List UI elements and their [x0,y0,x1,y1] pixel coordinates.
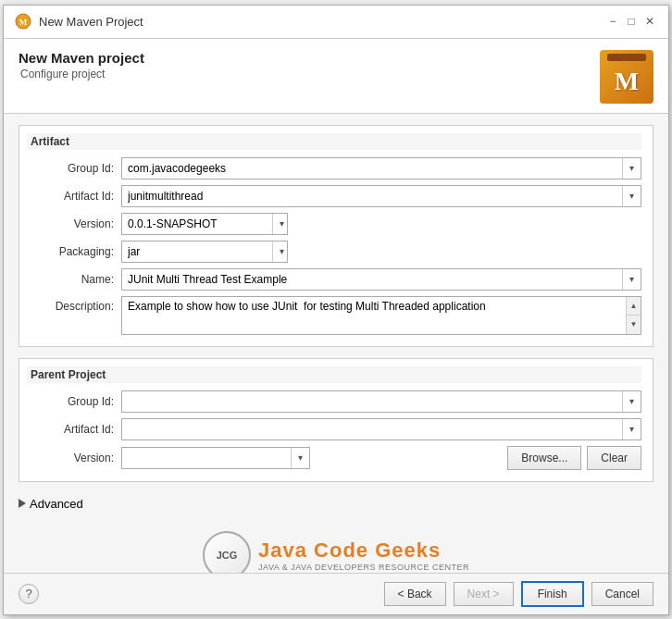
parent-groupid-label: Group Id: [31,395,114,408]
dialog-title: New Maven project [19,50,144,66]
parent-groupid-row: Group Id: ▾ [31,390,641,413]
next-button[interactable]: Next > [454,582,514,606]
artifact-groupid-row: Group Id: ▾ [31,157,641,180]
parent-version-row: Version: ▾ Browse... Clear [31,446,641,470]
title-bar-left: M New Maven Project [15,13,143,30]
cancel-button[interactable]: Cancel [591,582,653,606]
artifact-section-title: Artifact [27,133,641,150]
artifact-name-input-container: ▾ [121,268,641,291]
artifact-version-row: Version: ▾ [31,213,641,235]
spinner-up-button[interactable]: ▲ [627,297,641,316]
artifact-description-label: Description: [31,296,114,313]
parent-artifactid-field: ▾ [121,418,641,440]
parent-section-title: Parent Project [27,366,641,383]
artifact-groupid-input-container: ▾ [121,157,641,180]
artifact-name-row: Name: ▾ [31,268,641,291]
finish-button[interactable]: Finish [521,581,584,607]
title-bar-title: New Maven Project [39,15,143,29]
dialog-header-left: New Maven project Configure project [19,50,144,80]
jcg-circle: JCG [203,531,251,573]
minimize-button[interactable]: − [605,14,620,29]
clear-button[interactable]: Clear [587,446,641,470]
close-button[interactable]: ✕ [642,14,657,29]
artifact-packaging-field: ▾ [121,241,641,263]
artifact-artifactid-row: Artifact Id: ▾ [31,185,641,207]
artifact-description-container: Example to show how to use JUnit for tes… [121,296,641,335]
artifact-description-input[interactable]: Example to show how to use JUnit for tes… [122,297,626,334]
parent-version-input[interactable] [122,450,291,466]
back-button[interactable]: < Back [384,582,446,606]
parent-artifactid-label: Artifact Id: [31,423,114,436]
parent-groupid-field: ▾ [121,390,641,413]
dialog-window: M New Maven Project − □ ✕ New Maven proj… [3,5,669,615]
dialog-footer: ? < Back Next > Finish Cancel [4,573,668,614]
artifact-version-field: ▾ [121,213,641,235]
advanced-row[interactable]: Advanced [19,493,653,514]
artifact-packaging-input[interactable] [122,241,272,262]
parent-version-dropdown[interactable]: ▾ [291,448,309,468]
artifact-groupid-field: ▾ [121,157,641,180]
maximize-button[interactable]: □ [624,14,639,29]
artifact-section: Artifact Group Id: ▾ Artifact Id: ▾ [19,125,653,347]
parent-artifactid-input[interactable] [122,419,622,439]
artifact-name-dropdown[interactable]: ▾ [622,269,641,290]
artifact-version-input-container: ▾ [121,213,288,235]
advanced-label: Advanced [30,497,83,511]
artifact-groupid-dropdown[interactable]: ▾ [622,158,641,179]
parent-version-controls: ▾ Browse... Clear [121,446,641,470]
artifact-description-spinner: ▲ ▼ [626,297,641,334]
svg-text:M: M [19,18,28,27]
maven-logo-letter: M [615,67,639,96]
parent-groupid-input-container: ▾ [121,390,641,413]
artifact-artifactid-field: ▾ [121,185,641,207]
artifact-description-field: Example to show how to use JUnit for tes… [121,296,641,335]
dialog-body: Artifact Group Id: ▾ Artifact Id: ▾ [4,114,668,573]
artifact-version-dropdown[interactable]: ▾ [272,214,291,234]
parent-artifactid-dropdown[interactable]: ▾ [622,419,641,439]
artifact-groupid-input[interactable] [122,158,622,179]
parent-version-input-container: ▾ [121,447,310,469]
artifact-packaging-dropdown[interactable]: ▾ [272,241,291,262]
jcg-tagline: JAVA & JAVA DEVELOPERS RESOURCE CENTER [258,563,469,572]
artifact-name-input[interactable] [122,269,622,290]
artifact-version-input[interactable] [122,214,272,234]
browse-button[interactable]: Browse... [507,446,581,470]
jcg-circle-text: JCG [217,550,238,561]
parent-groupid-input[interactable] [122,391,622,412]
artifact-artifactid-label: Artifact Id: [31,190,114,203]
artifact-name-field: ▾ [121,268,641,291]
title-bar-controls: − □ ✕ [605,14,657,29]
artifact-groupid-label: Group Id: [31,162,114,175]
parent-groupid-dropdown[interactable]: ▾ [622,391,641,412]
artifact-packaging-label: Packaging: [31,245,114,258]
jcg-logo-area: JCG Java Code Geeks JAVA & JAVA DEVELOPE… [19,526,653,573]
parent-artifactid-row: Artifact Id: ▾ [31,418,641,440]
artifact-artifactid-dropdown[interactable]: ▾ [622,186,641,206]
maven-logo: M [600,50,653,104]
artifact-packaging-row: Packaging: ▾ [31,241,641,263]
dialog-subtitle: Configure project [20,68,144,80]
spinner-down-button[interactable]: ▼ [627,316,641,334]
artifact-artifactid-input-container: ▾ [121,185,641,207]
dialog-header: New Maven project Configure project M [4,39,668,114]
parent-version-label: Version: [31,452,114,464]
artifact-name-label: Name: [31,273,114,286]
artifact-packaging-input-container: ▾ [121,241,288,263]
jcg-name: Java Code Geeks [258,539,469,563]
help-button[interactable]: ? [19,584,39,604]
artifact-artifactid-input[interactable] [122,186,622,206]
title-bar: M New Maven Project − □ ✕ [4,6,668,39]
parent-artifactid-input-container: ▾ [121,418,641,440]
jcg-text-block: Java Code Geeks JAVA & JAVA DEVELOPERS R… [258,539,469,572]
advanced-triangle-icon [19,499,26,508]
artifact-version-label: Version: [31,217,114,230]
artifact-description-row: Description: Example to show how to use … [31,296,641,335]
parent-section: Parent Project Group Id: ▾ Artifact Id: [19,358,653,482]
maven-icon: M [15,13,31,30]
